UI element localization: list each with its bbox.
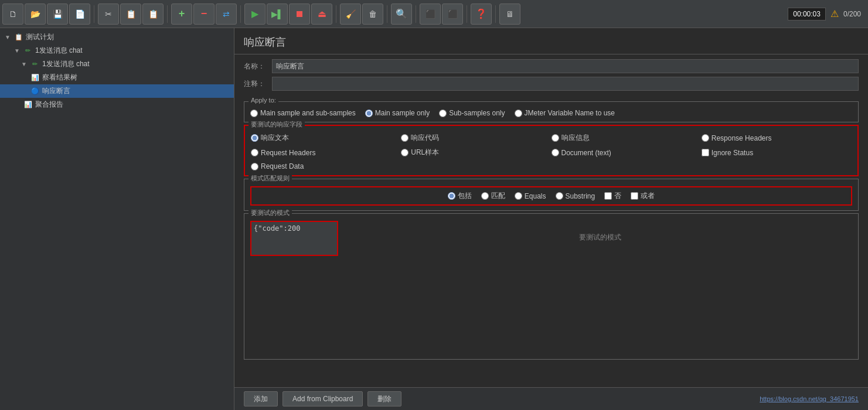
sep1	[94, 5, 94, 23]
stats-display: 0/200	[843, 10, 861, 18]
radio-main-sub-input[interactable]	[250, 110, 258, 117]
checkbox-not-input[interactable]	[604, 192, 612, 200]
expand-icon: ▼	[5, 34, 11, 40]
start-no-pause-btn[interactable]: ▶▌	[267, 4, 288, 25]
radio-main-only-input[interactable]	[365, 110, 373, 117]
clear-all-btn[interactable]: 🗑	[362, 4, 383, 25]
remote-btn[interactable]: 🖥	[499, 4, 520, 25]
clear-btn[interactable]: 🧹	[340, 4, 361, 25]
radio-resp-text-input[interactable]	[251, 134, 258, 142]
radio-req-data[interactable]: Request Data	[251, 162, 401, 170]
radio-jmeter-var-input[interactable]	[515, 110, 522, 117]
start-btn[interactable]: ▶	[244, 4, 265, 25]
radio-main-only[interactable]: Main sample only	[365, 109, 430, 117]
copy-btn[interactable]: 📋	[120, 4, 141, 25]
radio-resp-text[interactable]: 响应文本	[251, 133, 401, 143]
sidebar-item-response-assert[interactable]: 🔵 响应断言	[0, 84, 234, 98]
stop-btn[interactable]: ⏹	[289, 4, 310, 25]
add-button[interactable]: 添加	[244, 391, 278, 406]
radio-jmeter-var[interactable]: JMeter Variable Name to use	[515, 109, 615, 117]
checkbox-ignore-status-input[interactable]	[702, 149, 709, 156]
remove-btn[interactable]: −	[193, 4, 215, 25]
radio-match-label: 匹配	[491, 191, 505, 201]
radio-document-input[interactable]	[552, 149, 559, 156]
radio-match-input[interactable]	[481, 192, 489, 200]
aggregate-icon: 📊	[23, 100, 33, 110]
warning-icon: ⚠	[830, 8, 839, 19]
name-label: 名称：	[244, 62, 267, 71]
pattern-match-inner: 包括 匹配 Equals Substring	[250, 186, 852, 206]
new-test-btn[interactable]: 🗋	[2, 4, 23, 25]
pattern-hint: 要测试的模式	[579, 221, 621, 242]
cut-btn[interactable]: ✂	[98, 4, 119, 25]
apply-to-wrapper: Apply to: Main sample and sub-samples Ma…	[244, 101, 859, 122]
add-btn[interactable]: +	[171, 4, 192, 25]
radio-document-label: Document (text)	[561, 149, 611, 157]
sep5	[387, 5, 387, 23]
radio-substring-input[interactable]	[556, 192, 563, 200]
shutdown-btn[interactable]: ⏏	[311, 4, 332, 25]
radio-contains-input[interactable]	[448, 192, 455, 200]
response-field-box: 响应文本 响应代码 响应信息 Response Headers	[244, 125, 859, 176]
delete-button[interactable]: 删除	[367, 391, 401, 406]
radio-req-data-input[interactable]	[251, 163, 258, 170]
radio-url-sample-label: URL样本	[411, 148, 439, 158]
radio-resp-headers-input[interactable]	[702, 134, 709, 142]
checkbox-or[interactable]: 或者	[631, 191, 655, 201]
radio-req-headers[interactable]: Request Headers	[251, 148, 401, 158]
response-field-grid: 响应文本 响应代码 响应信息 Response Headers	[251, 133, 852, 170]
radio-contains[interactable]: 包括	[448, 191, 472, 201]
comment-input[interactable]	[272, 77, 859, 91]
radio-resp-msg[interactable]: 响应信息	[552, 133, 702, 143]
sidebar-item-test-plan[interactable]: ▼ 📋 测试计划	[0, 30, 234, 44]
sidebar-item-send-msg-1[interactable]: ▼ ✏ 1发送消息 chat	[0, 44, 234, 57]
radio-resp-code-input[interactable]	[401, 134, 409, 142]
radio-req-headers-input[interactable]	[251, 149, 258, 156]
response-assert-icon: 🔵	[30, 87, 40, 96]
expand-btn[interactable]: ⬛	[420, 4, 441, 25]
pattern-match-box: 包括 匹配 Equals Substring	[244, 179, 859, 211]
collapse-btn[interactable]: ⬛	[442, 4, 463, 25]
radio-sub-only[interactable]: Sub-samples only	[439, 109, 505, 117]
result-tree-icon: 📊	[30, 73, 40, 83]
name-input[interactable]	[272, 59, 859, 73]
sidebar-item-result-tree[interactable]: 📊 察看结果树	[0, 71, 234, 84]
radio-url-sample[interactable]: URL样本	[401, 148, 551, 158]
sidebar-label-send-msg-2: 1发送消息 chat	[42, 59, 90, 69]
timer-display: 00:00:03	[788, 8, 826, 20]
radio-match[interactable]: 匹配	[481, 191, 505, 201]
radio-url-sample-input[interactable]	[401, 149, 409, 156]
radio-resp-msg-input[interactable]	[552, 134, 559, 142]
radio-substring[interactable]: Substring	[556, 192, 595, 200]
sidebar-item-aggregate[interactable]: 📊 聚合报告	[0, 98, 234, 111]
sidebar: ▼ 📋 测试计划 ▼ ✏ 1发送消息 chat ▼ ✏ 1发送消息 chat 📊…	[0, 28, 234, 410]
radio-equals[interactable]: Equals	[515, 192, 546, 200]
sep7	[467, 5, 467, 23]
save-as-btn[interactable]: 📄	[69, 4, 90, 25]
test-pattern-box: {"code":200 要测试的模式	[244, 213, 859, 360]
radio-resp-headers[interactable]: Response Headers	[702, 133, 852, 143]
help-btn[interactable]: ❓	[471, 4, 492, 25]
radio-resp-code[interactable]: 响应代码	[401, 133, 551, 143]
paste-btn[interactable]: 📋	[142, 4, 164, 25]
status-url[interactable]: https://blog.csdn.net/qq_34671951	[760, 395, 859, 402]
checkbox-ignore-status[interactable]: Ignore Status	[702, 148, 852, 158]
checkbox-or-input[interactable]	[631, 192, 638, 200]
main-toolbar: 🗋 📂 💾 📄 ✂ 📋 📋 + − ⇄ ▶ ▶▌ ⏹ ⏏ 🧹 🗑 🔍 ⬛ ⬛ ❓…	[0, 0, 868, 28]
toggle-btn[interactable]: ⇄	[216, 4, 237, 25]
save-btn[interactable]: 💾	[47, 4, 68, 25]
open-btn[interactable]: 📂	[25, 4, 46, 25]
radio-sub-only-input[interactable]	[439, 110, 447, 117]
add-from-clipboard-button[interactable]: Add from Clipboard	[282, 391, 363, 406]
radio-main-sub[interactable]: Main sample and sub-samples	[250, 109, 356, 117]
checkbox-ignore-status-label: Ignore Status	[712, 149, 753, 157]
sidebar-item-send-msg-2[interactable]: ▼ ✏ 1发送消息 chat	[0, 57, 234, 71]
checkbox-not[interactable]: 否	[604, 191, 621, 201]
pattern-textarea[interactable]: {"code":200	[250, 221, 338, 256]
radio-equals-input[interactable]	[515, 192, 522, 200]
sidebar-label-response-assert: 响应断言	[42, 86, 70, 96]
send-msg-2-icon: ✏	[30, 60, 40, 69]
test-plan-icon: 📋	[14, 33, 23, 42]
radio-document[interactable]: Document (text)	[552, 148, 702, 158]
search-btn[interactable]: 🔍	[391, 4, 412, 25]
